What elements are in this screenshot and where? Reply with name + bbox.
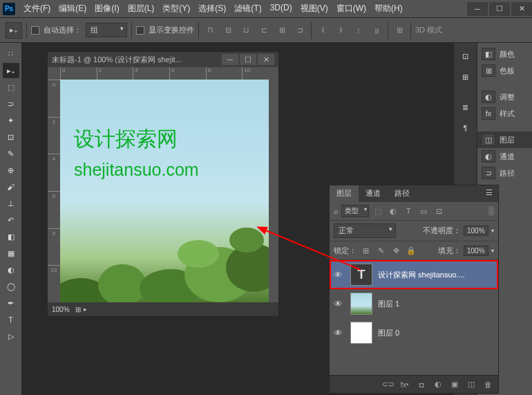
filter-smart-icon[interactable]: ⊡ (433, 205, 445, 217)
adjustments-panel-button[interactable]: ◐ 调整 (477, 89, 532, 105)
auto-select-dropdown[interactable]: 组 (86, 23, 127, 37)
lock-position-icon[interactable]: ✥ (390, 244, 402, 257)
fill-value[interactable]: 100% (464, 246, 488, 256)
menu-item[interactable]: 图层(L) (124, 0, 159, 17)
filter-toggle[interactable] (488, 206, 494, 216)
menu-item[interactable]: 文件(F) (19, 0, 55, 17)
lock-all-icon[interactable]: 🔒 (405, 244, 417, 257)
filter-shape-icon[interactable]: ▭ (417, 205, 430, 217)
layer-row[interactable]: 👁图层 0 (330, 318, 498, 347)
eyedropper-tool[interactable]: ✎ (3, 146, 19, 161)
menu-item[interactable]: 滤镜(T) (230, 0, 265, 17)
close-button[interactable]: ✕ (511, 2, 532, 16)
menu-item[interactable]: 编辑(E) (55, 0, 91, 17)
panel-tab[interactable]: 通道 (359, 185, 388, 202)
distribute-icon[interactable]: ⫴ (316, 24, 330, 37)
auto-select-checkbox[interactable] (31, 26, 39, 35)
doc-minimize[interactable]: ─ (222, 54, 238, 65)
distribute-icon2[interactable]: ⫵ (334, 24, 348, 37)
lock-transparency-icon[interactable]: ⊞ (359, 244, 372, 257)
status-icon[interactable]: ⊞ (75, 306, 81, 313)
panel-tab[interactable]: 路径 (388, 185, 417, 202)
align-hcenter-icon[interactable]: ⊞ (275, 24, 289, 37)
grip-icon[interactable]: ∷ (3, 46, 19, 62)
layer-style-icon[interactable]: fx▾ (399, 378, 411, 391)
panel-menu-icon[interactable]: ☰ (480, 185, 498, 202)
wand-tool[interactable]: ✦ (3, 113, 19, 128)
visibility-toggle[interactable]: 👁 (334, 270, 345, 280)
distribute-icon3[interactable]: ⫶ (352, 24, 365, 37)
color-panel-button[interactable]: ◧ 颜色 (477, 46, 532, 62)
menu-item[interactable]: 3D(D) (266, 0, 296, 17)
menu-item[interactable]: 视图(V) (296, 0, 332, 17)
layer-name[interactable]: 图层 1 (378, 299, 399, 309)
blend-mode-dropdown[interactable]: 正常 (334, 223, 396, 238)
collapsed-tab-2[interactable]: ⊞ (457, 68, 475, 86)
layer-group-icon[interactable]: ▣ (448, 378, 461, 391)
marquee-tool[interactable]: ⬚ (3, 80, 19, 95)
dodge-tool[interactable]: ◯ (3, 279, 19, 294)
layer-row[interactable]: 👁T设计探索网 shejitansuo.... (330, 260, 498, 289)
doc-maximize[interactable]: ☐ (240, 54, 256, 65)
paths-panel-button[interactable]: ⊃ 路径 (477, 165, 532, 181)
collapsed-tab-4[interactable]: ¶ (457, 119, 475, 137)
layer-thumbnail[interactable] (350, 322, 372, 344)
menu-item[interactable]: 图像(I) (91, 0, 123, 17)
brush-tool[interactable]: 🖌 (3, 179, 19, 194)
menu-item[interactable]: 选择(S) (194, 0, 230, 17)
filter-pixel-icon[interactable]: ⬚ (372, 205, 384, 217)
lasso-tool[interactable]: ⊃ (3, 96, 19, 111)
menu-item[interactable]: 窗口(W) (332, 0, 370, 17)
crop-tool[interactable]: ⊡ (3, 129, 19, 145)
filter-type-icon[interactable]: T (402, 205, 415, 217)
layer-mask-icon[interactable]: ◘ (415, 378, 428, 391)
healing-tool[interactable]: ⊕ (3, 163, 19, 178)
styles-panel-button[interactable]: fx 样式 (477, 105, 532, 122)
auto-align-icon[interactable]: ⊞ (392, 24, 406, 37)
layer-name[interactable]: 图层 0 (378, 328, 399, 338)
layer-thumbnail[interactable]: T (350, 264, 372, 286)
pen-tool[interactable]: ✒ (3, 295, 19, 311)
minimize-button[interactable]: ─ (467, 2, 488, 16)
align-left-icon[interactable]: ⊏ (257, 24, 271, 37)
channels-panel-button[interactable]: ◐ 通道 (477, 148, 532, 165)
path-select-tool[interactable]: ▷ (3, 329, 19, 344)
layers-panel-button[interactable]: ◫ 图层 (477, 131, 532, 148)
visibility-toggle[interactable]: 👁 (334, 328, 345, 338)
align-top-icon[interactable]: ⊓ (203, 24, 217, 37)
zoom-level[interactable]: 100% (52, 306, 70, 313)
align-vcenter-icon[interactable]: ⊟ (221, 24, 235, 37)
align-right-icon[interactable]: ⊐ (293, 24, 307, 37)
swatches-panel-button[interactable]: ⊞ 色板 (477, 62, 532, 79)
show-transform-checkbox[interactable] (136, 26, 144, 35)
eraser-tool[interactable]: ◧ (3, 229, 19, 244)
canvas[interactable]: 设计探索网 shejitansuo.com (60, 80, 269, 302)
blur-tool[interactable]: ◐ (3, 262, 19, 277)
menu-item[interactable]: 类型(Y) (158, 0, 194, 17)
visibility-toggle[interactable]: 👁 (334, 299, 345, 309)
move-tool-indicator[interactable]: ▸₊ (6, 22, 22, 39)
link-layers-icon[interactable]: ⊂⊃ (382, 378, 395, 391)
filter-type-dropdown[interactable]: 类型 (341, 205, 369, 217)
delete-layer-icon[interactable]: 🗑 (482, 378, 494, 391)
align-bottom-icon[interactable]: ⊔ (239, 24, 253, 37)
type-tool[interactable]: T (3, 312, 19, 327)
doc-close[interactable]: ✕ (258, 54, 274, 65)
adjustment-layer-icon[interactable]: ◐ (432, 378, 444, 391)
filter-adjust-icon[interactable]: ◐ (387, 205, 399, 217)
collapsed-tab-1[interactable]: ⊡ (457, 47, 475, 65)
layer-thumbnail[interactable] (350, 293, 372, 315)
layer-name[interactable]: 设计探索网 shejitansuo.... (378, 270, 465, 280)
panel-tab[interactable]: 图层 (330, 185, 359, 202)
gradient-tool[interactable]: ▦ (3, 246, 19, 261)
menu-item[interactable]: 帮助(H) (370, 0, 407, 17)
opacity-value[interactable]: 100% (464, 226, 488, 236)
lock-image-icon[interactable]: ✎ (374, 244, 387, 257)
move-tool[interactable]: ▸₊ (3, 63, 19, 78)
collapsed-tab-3[interactable]: ≣ (457, 98, 475, 116)
distribute-icon4[interactable]: ⫼ (370, 24, 383, 37)
new-layer-icon[interactable]: ◫ (465, 378, 477, 391)
maximize-button[interactable]: ☐ (489, 2, 510, 16)
history-brush-tool[interactable]: ↶ (3, 212, 19, 228)
layer-row[interactable]: 👁图层 1 (330, 289, 498, 318)
